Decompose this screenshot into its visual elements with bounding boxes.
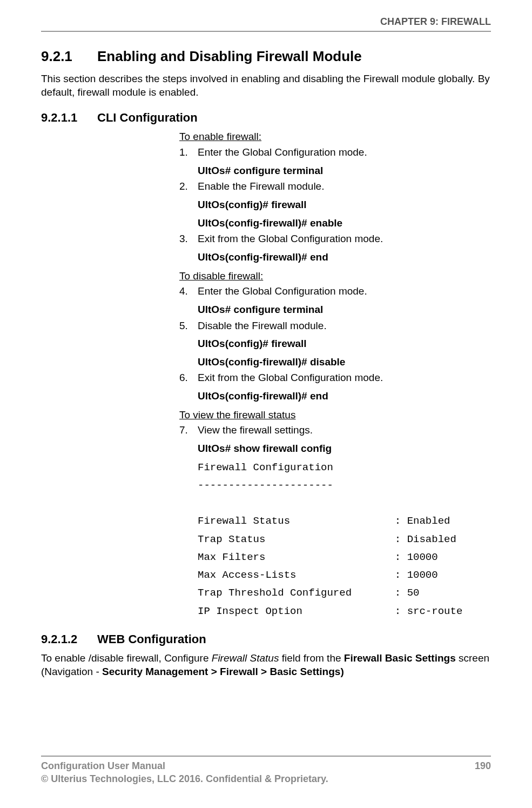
step-num: 5. — [179, 319, 198, 333]
step-row: 7. View the firewall settings. — [179, 423, 491, 437]
step-text: Exit from the Global Configuration mode. — [198, 232, 491, 246]
step-num: 6. — [179, 371, 198, 385]
footer-rule — [41, 756, 491, 757]
cli-body: To enable firewall: 1. Enter the Global … — [179, 130, 491, 620]
step-num: 3. — [179, 232, 198, 246]
web-paragraph: To enable /disable firewall, Configure F… — [41, 652, 491, 678]
chapter-header: CHAPTER 9: FIREWALL — [41, 16, 491, 28]
step-row: 6. Exit from the Global Configuration mo… — [179, 371, 491, 385]
footer-copyright: © Ulterius Technologies, LLC 2016. Confi… — [41, 773, 328, 785]
footer-title: Configuration User Manual — [41, 760, 328, 772]
cli-command: UltOs# show firewall config — [198, 442, 491, 456]
heading-text: CLI Configuration — [97, 111, 198, 125]
cli-output: Firewall Configuration -----------------… — [198, 459, 491, 620]
step-num: 1. — [179, 145, 198, 159]
cli-command: UltOs(config-firewall)# end — [198, 389, 491, 403]
step-row: 3. Exit from the Global Configuration mo… — [179, 232, 491, 246]
cli-command: UltOs# configure terminal — [198, 164, 491, 178]
top-rule — [41, 31, 491, 32]
step-row: 2. Enable the Firewall module. — [179, 179, 491, 193]
step-text: Enter the Global Configuration mode. — [198, 284, 491, 298]
step-row: 1. Enter the Global Configuration mode. — [179, 145, 491, 159]
text-italic: Firewall Status — [212, 652, 279, 664]
intro-paragraph: This section describes the steps involve… — [41, 72, 491, 99]
step-text: Exit from the Global Configuration mode. — [198, 371, 491, 385]
step-text: View the firewall settings. — [198, 423, 491, 437]
step-row: 4. Enter the Global Configuration mode. — [179, 284, 491, 298]
cli-command: UltOs(config-firewall)# enable — [198, 216, 491, 230]
heading-text: WEB Configuration — [97, 632, 206, 646]
heading-num: 9.2.1.2 — [41, 632, 97, 646]
heading-9-2-1: 9.2.1 Enabling and Disabling Firewall Mo… — [41, 48, 491, 65]
page-number: 190 — [475, 760, 491, 785]
page-footer: Configuration User Manual © Ulterius Tec… — [41, 756, 491, 785]
text-span: To enable /disable firewall, Configure — [41, 652, 212, 664]
step-text: Enable the Firewall module. — [198, 179, 491, 193]
enable-label: To enable firewall: — [179, 130, 491, 144]
text-bold: Firewall Basic Settings — [344, 652, 456, 664]
cli-command: UltOs# configure terminal — [198, 303, 491, 317]
cli-command: UltOs(config-firewall)# disable — [198, 355, 491, 369]
step-num: 4. — [179, 284, 198, 298]
step-num: 7. — [179, 423, 198, 437]
step-row: 5. Disable the Firewall module. — [179, 319, 491, 333]
view-label: To view the firewall status — [179, 409, 491, 422]
heading-9-2-1-2: 9.2.1.2 WEB Configuration — [41, 632, 491, 646]
cli-command: UltOs(config)# firewall — [198, 337, 491, 351]
heading-num: 9.2.1.1 — [41, 111, 97, 125]
disable-label: To disable firewall: — [179, 270, 491, 283]
heading-text: Enabling and Disabling Firewall Module — [97, 48, 362, 65]
heading-num: 9.2.1 — [41, 48, 97, 65]
heading-9-2-1-1: 9.2.1.1 CLI Configuration — [41, 111, 491, 125]
text-bold: Security Management > Firewall > Basic S… — [102, 666, 344, 677]
step-text: Disable the Firewall module. — [198, 319, 491, 333]
text-span: field from the — [279, 652, 344, 664]
cli-command: UltOs(config-firewall)# end — [198, 250, 491, 264]
cli-command: UltOs(config)# firewall — [198, 198, 491, 212]
step-num: 2. — [179, 179, 198, 193]
step-text: Enter the Global Configuration mode. — [198, 145, 491, 159]
